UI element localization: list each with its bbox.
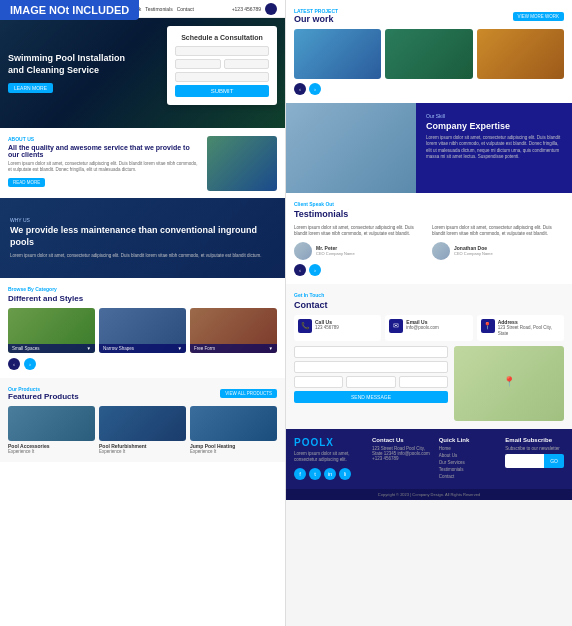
testimonial-next-button[interactable]: ›	[309, 264, 321, 276]
work-grid	[294, 29, 564, 79]
contact-title: Contact	[294, 300, 564, 310]
product-price-1: Experience It	[8, 449, 95, 454]
about-read-more-button[interactable]: READ MORE	[8, 178, 45, 187]
contact-info-row: 📞 Call Us 123 456789 ✉ Email Us info@poo…	[294, 315, 564, 342]
schedule-name-input[interactable]	[175, 46, 269, 56]
nav-testimonials[interactable]: Testimonials	[145, 6, 173, 12]
browse-item-free-form[interactable]: Free Form ▼	[190, 308, 277, 353]
hero-cta-button[interactable]: LEARN MORE	[8, 83, 53, 93]
footer-link-services[interactable]: Our Services	[439, 460, 498, 465]
nav-phone: +123 456789	[232, 6, 261, 12]
why-title: We provide less maintenance than convent…	[10, 225, 275, 248]
browse-dropdown-arrow-2: ▼	[178, 346, 182, 351]
work-next-button[interactable]: ›	[309, 83, 321, 95]
expertise-desc: Lorem ipsum dolor sit amet, consectetur …	[426, 135, 562, 160]
right-column: LATEST PROJECT Our work VIEW MORE WORK ‹…	[285, 0, 572, 626]
contact-address-item: 📍 Address 123 Street Road, Pool City, St…	[477, 315, 564, 342]
footer-subscribe-form: GO	[505, 454, 564, 468]
schedule-phone-input[interactable]	[224, 59, 270, 69]
linkedin-icon[interactable]: li	[339, 468, 351, 480]
contact-label: Get In Touch	[294, 292, 564, 298]
product-item-1: Pool Accessories Experience It	[8, 406, 95, 454]
featured-header: Our Products Featured Products VIEW ALL …	[8, 386, 277, 401]
schedule-message-input[interactable]	[175, 72, 269, 82]
schedule-submit-button[interactable]: SUBMIT	[175, 85, 269, 97]
product-image-3	[190, 406, 277, 441]
browse-title: Different and Styles	[8, 294, 277, 303]
footer-link-contact[interactable]: Contact	[439, 474, 498, 479]
footer-subscribe-col: Email Subscribe Subscribe to our newslet…	[505, 437, 564, 481]
contact-email-value: info@poolx.com	[406, 325, 438, 331]
browse-section: Browse By Category Different and Styles …	[0, 278, 285, 378]
instagram-icon[interactable]: in	[324, 468, 336, 480]
browse-next-button[interactable]: ›	[24, 358, 36, 370]
contact-section: Get In Touch Contact 📞 Call Us 123 45678…	[286, 284, 572, 430]
contact-phone-value: 123 456789	[315, 325, 339, 331]
view-all-products-button[interactable]: VIEW ALL PRODUCTS	[220, 389, 277, 398]
footer-link-testimonials[interactable]: Testimonials	[439, 467, 498, 472]
featured-title: Featured Products	[8, 392, 79, 401]
product-item-2: Pool Refurbishment Experience It	[99, 406, 186, 454]
copyright-bar: Copyright © 2023 | Company Design. All R…	[286, 489, 572, 500]
browse-grid: Small Spaces ▼ Narrow Shapes ▼ Free Form…	[8, 308, 277, 353]
testimonial-role-1: CEO Company Name	[316, 251, 355, 256]
facebook-icon[interactable]: f	[294, 468, 306, 480]
footer-contact-title: Contact Us	[372, 437, 431, 443]
testimonial-role-2: CEO Company Name	[454, 251, 493, 256]
work-prev-button[interactable]: ‹	[294, 83, 306, 95]
testimonials-title: Testimonials	[294, 209, 564, 219]
contact-email-input[interactable]	[294, 361, 448, 373]
work-arrows: ‹ ›	[294, 83, 564, 95]
testimonial-text-2: Lorem ipsum dolor sit amet, consectetur …	[432, 225, 564, 238]
schedule-email-input[interactable]	[175, 59, 221, 69]
address-icon: 📍	[481, 319, 495, 333]
footer-link-home[interactable]: Home	[439, 446, 498, 451]
expertise-overlay: Our Skill Company Expertise Lorem ipsum …	[416, 103, 572, 193]
expertise-title: Company Expertise	[426, 121, 562, 131]
browse-item-label-2: Narrow Shapes	[103, 346, 134, 351]
footer-email-input[interactable]	[505, 454, 544, 468]
footer-link-about[interactable]: About Us	[439, 453, 498, 458]
about-image	[207, 136, 277, 191]
schedule-form-title: Schedule a Consultation	[175, 34, 269, 41]
product-image-2	[99, 406, 186, 441]
browse-prev-button[interactable]: ‹	[8, 358, 20, 370]
twitter-icon[interactable]: t	[309, 468, 321, 480]
work-image-2	[385, 29, 472, 79]
testimonial-author-1: Mr. Peter CEO Company Name	[294, 242, 426, 260]
browse-item-small-spaces[interactable]: Small Spaces ▼	[8, 308, 95, 353]
contact-zip-input[interactable]	[399, 376, 448, 388]
map-marker: 📍	[503, 376, 515, 387]
footer-subscribe-desc: Subscribe to our newsletter	[505, 446, 564, 451]
our-work-title: Our work	[294, 14, 338, 24]
footer-brand: POOLX Lorem ipsum dolor sit amet, consec…	[294, 437, 364, 481]
testimonial-item-1: Lorem ipsum dolor sit amet, consectetur …	[294, 225, 426, 260]
contact-name-input[interactable]	[294, 346, 448, 358]
nav-contact[interactable]: Contact	[177, 6, 194, 12]
nav-search-btn[interactable]	[265, 3, 277, 15]
hero-section: Swimming Pool Installation and Cleaning …	[0, 18, 285, 128]
testimonial-prev-button[interactable]: ‹	[294, 264, 306, 276]
view-more-work-button[interactable]: VIEW MORE WORK	[513, 12, 565, 21]
hero-title: Swimming Pool Installation and Cleaning …	[8, 53, 128, 76]
expertise-label: Our Skill	[426, 113, 562, 119]
footer-links-title: Quick Link	[439, 437, 498, 443]
browse-item-narrow-shapes[interactable]: Narrow Shapes ▼	[99, 308, 186, 353]
left-column: POOLX Home About Our Services Our Work T…	[0, 0, 285, 626]
footer-links-col: Quick Link Home About Us Our Services Te…	[439, 437, 498, 481]
footer: POOLX Lorem ipsum dolor sit amet, consec…	[286, 429, 572, 489]
product-item-3: Jump Pool Heating Experience It	[190, 406, 277, 454]
image-not-included-badge: IMAGE NOt INCLUDED	[0, 0, 139, 20]
contact-city-input[interactable]	[294, 376, 343, 388]
browse-dropdown-arrow-1: ▼	[87, 346, 91, 351]
contact-state-input[interactable]	[346, 376, 395, 388]
our-work-header: LATEST PROJECT Our work VIEW MORE WORK	[294, 8, 564, 24]
why-label: WHY US	[10, 217, 275, 223]
contact-phone-item: 📞 Call Us 123 456789	[294, 315, 381, 342]
footer-desc: Lorem ipsum dolor sit amet, consectetur …	[294, 451, 364, 464]
footer-logo: POOLX	[294, 437, 364, 448]
contact-submit-button[interactable]: SEND MESSAGE	[294, 391, 448, 403]
footer-subscribe-button[interactable]: GO	[544, 454, 564, 468]
work-image-1	[294, 29, 381, 79]
phone-icon: 📞	[298, 319, 312, 333]
